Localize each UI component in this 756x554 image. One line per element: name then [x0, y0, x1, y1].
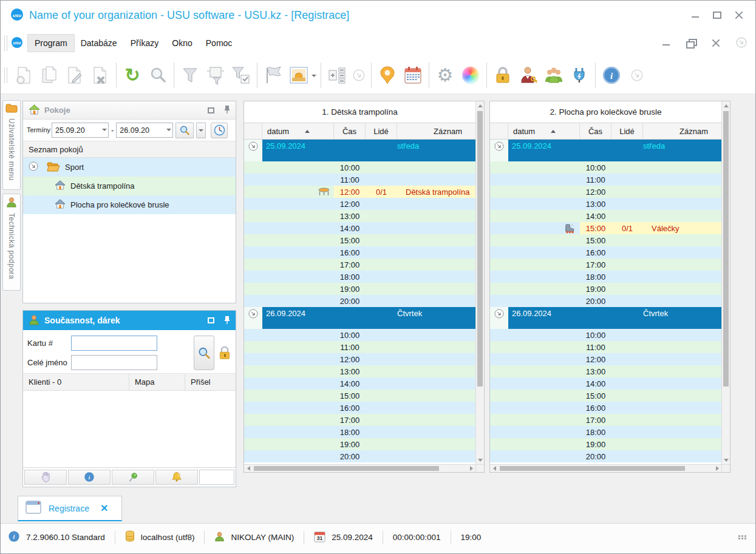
tab-close-icon[interactable]: ✕: [100, 502, 108, 514]
schedule-row[interactable]: 11:00: [244, 174, 475, 186]
mdi-minimize-icon[interactable]: [662, 39, 670, 47]
schedule-row[interactable]: 16:00: [244, 402, 475, 414]
tree-group-sport[interactable]: Sport: [23, 158, 236, 177]
schedule-row[interactable]: 20:00: [244, 450, 475, 462]
schedule-row[interactable]: 15:00: [490, 390, 721, 402]
schedule-row[interactable]: 17:00: [490, 414, 721, 426]
settings-gear-icon[interactable]: ⚙: [432, 61, 458, 89]
schedule-row[interactable]: 11:00: [244, 341, 475, 353]
flag-icon[interactable]: [261, 61, 286, 89]
schedule-row[interactable]: 20:00: [244, 295, 475, 307]
info-icon[interactable]: i: [599, 61, 624, 89]
expand-collapse-icon[interactable]: [324, 61, 350, 89]
maximize-icon[interactable]: [713, 12, 721, 19]
schedule-row[interactable]: 15:00: [244, 234, 475, 246]
schedule-row[interactable]: 11:00: [490, 341, 721, 353]
tree-room-detska-trampolina[interactable]: Dětská trampolína: [23, 177, 236, 195]
filter-panel-icon[interactable]: [203, 61, 228, 89]
menu-okno[interactable]: Okno: [165, 35, 199, 52]
hand-icon[interactable]: [24, 470, 67, 485]
refresh-icon[interactable]: ↻: [120, 61, 145, 89]
schedule-row[interactable]: 14:00: [490, 210, 721, 222]
schedule-row[interactable]: 18:00: [244, 426, 475, 438]
collapse-arrow-icon[interactable]: [490, 307, 508, 329]
schedule-row[interactable]: 13:00: [244, 210, 475, 222]
schedule-row[interactable]: 17:00: [244, 414, 475, 426]
column-lide[interactable]: Lidé: [611, 123, 643, 139]
schedule-row[interactable]: 12:00: [490, 353, 721, 365]
schedule-row[interactable]: 12:00: [244, 198, 475, 210]
date-band[interactable]: 26.09.2024Čtvrtek: [490, 307, 721, 329]
panel-pin-icon[interactable]: [224, 316, 230, 326]
column-lide[interactable]: Lidé: [366, 123, 397, 139]
schedule-row[interactable]: 10:00: [244, 329, 475, 341]
search-rooms-button[interactable]: [175, 123, 194, 138]
schedule-row[interactable]: 17:00: [490, 258, 721, 271]
sidetab-technicka-podpora[interactable]: Technická podpora: [2, 194, 21, 291]
clients-table-header[interactable]: Klienti - 0 Mapa Přišel: [23, 374, 236, 391]
menu-databaze[interactable]: Databáze: [74, 35, 124, 52]
close-icon[interactable]: [735, 12, 743, 19]
vertical-scrollbar[interactable]: [475, 101, 484, 464]
scrollbar-thumb[interactable]: [477, 111, 483, 387]
column-datum[interactable]: datum: [508, 123, 580, 139]
user-key-icon[interactable]: [516, 61, 541, 89]
schedule-row[interactable]: 12:000/1Dětská trampolína: [244, 186, 475, 198]
search-icon[interactable]: [145, 61, 171, 89]
schedule-row[interactable]: 15:00: [490, 234, 721, 246]
calendar-icon[interactable]: [400, 61, 426, 89]
schedule-row[interactable]: 20:00: [490, 295, 721, 307]
sidetab-uzivatelske-menu[interactable]: Uživatelské menu: [2, 100, 21, 190]
image-dropdown-icon[interactable]: [312, 75, 316, 79]
menu-chevron-icon[interactable]: [736, 37, 747, 50]
scrollbar-thumb[interactable]: [500, 466, 685, 471]
schedule-row[interactable]: 17:00: [244, 258, 475, 271]
schedule-row[interactable]: 14:00: [244, 222, 475, 234]
horizontal-scrollbar[interactable]: [244, 465, 475, 472]
schedule-row[interactable]: 18:00: [490, 426, 721, 438]
vertical-scrollbar[interactable]: [721, 101, 730, 464]
mdi-close-icon[interactable]: [712, 39, 720, 47]
mdi-restore-icon[interactable]: [686, 39, 696, 47]
schedule-column-headers[interactable]: datumČasLidéZáznam: [244, 123, 475, 140]
schedule-row[interactable]: 12:00: [490, 186, 721, 198]
panel-maximize-icon[interactable]: [208, 107, 214, 113]
date-band[interactable]: 25.09.2024středa: [490, 140, 721, 161]
schedule-row[interactable]: 16:00: [490, 402, 721, 414]
fullname-input[interactable]: [71, 355, 157, 370]
schedule-row[interactable]: 19:00: [490, 438, 721, 450]
filter-apply-icon[interactable]: [228, 61, 254, 89]
minimize-icon[interactable]: [691, 12, 700, 19]
schedule-row[interactable]: 18:00: [490, 271, 721, 283]
panel-pin-icon[interactable]: [224, 105, 230, 115]
schedule-row[interactable]: 10:00: [244, 161, 475, 174]
tab-registrace[interactable]: Registrace ✕: [18, 496, 122, 521]
date-from-combo[interactable]: 25.09.20: [52, 123, 109, 138]
menu-pomoc[interactable]: Pomoc: [199, 35, 239, 52]
schedule-row[interactable]: 19:00: [490, 283, 721, 295]
delete-record-icon[interactable]: [87, 61, 113, 89]
clients-table-body[interactable]: [23, 391, 236, 467]
schedule-row[interactable]: 14:00: [244, 377, 475, 390]
resize-grip[interactable]: [738, 535, 747, 539]
column-cas[interactable]: Čas: [580, 123, 611, 139]
schedule-row[interactable]: 13:00: [490, 365, 721, 377]
schedule-row[interactable]: 13:00: [490, 198, 721, 210]
schedule-row[interactable]: 12:00: [244, 353, 475, 365]
bell-icon[interactable]: [155, 470, 198, 485]
scrollbar-thumb[interactable]: [254, 466, 439, 471]
schedule-row[interactable]: 18:00: [244, 271, 475, 283]
column-cas[interactable]: Čas: [334, 123, 366, 139]
card-input[interactable]: [71, 336, 157, 351]
panel-maximize-icon[interactable]: [208, 317, 214, 323]
horizontal-scrollbar[interactable]: [490, 465, 721, 472]
date-band[interactable]: 26.09.2024Čtvrtek: [244, 307, 475, 329]
column-zaznam[interactable]: Záznam: [397, 123, 475, 139]
menu-program[interactable]: Program: [28, 35, 74, 52]
column-zaznam[interactable]: Záznam: [643, 123, 721, 139]
schedule-row[interactable]: 15:00: [244, 390, 475, 402]
schedule-row[interactable]: 10:00: [490, 161, 721, 174]
collapse-arrow-icon[interactable]: [29, 161, 38, 173]
lock-icon[interactable]: [490, 61, 516, 89]
schedule-row[interactable]: 19:00: [244, 283, 475, 295]
